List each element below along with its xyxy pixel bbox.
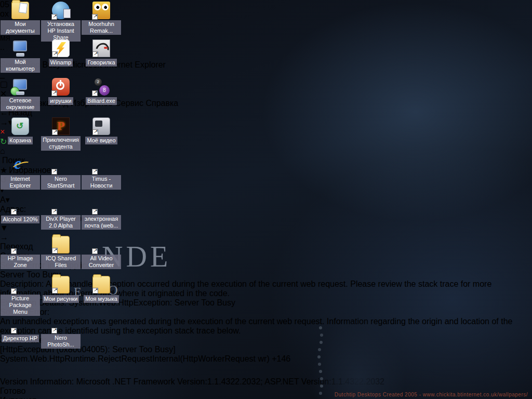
desktop-icon-email-web[interactable]: электронная почта (web... (82, 196, 121, 230)
desktop-icon-priklyucheniya-studenta[interactable]: Приключения студента (41, 117, 81, 151)
desktop-icon-winamp[interactable]: Winamp (41, 39, 81, 66)
picture-package-icon (11, 276, 29, 294)
my-computer-icon (11, 39, 29, 57)
icon-label: Мои документы (1, 20, 40, 35)
desktop-icon-internet-explorer[interactable]: Internet Explorer (1, 156, 40, 190)
studenta-icon (52, 117, 70, 135)
icq-folder-icon (52, 236, 70, 254)
desktop-icon-hp-instant-share[interactable]: Установка HP Instant Share (41, 2, 81, 42)
moorhuhn-icon (92, 2, 110, 19)
my-documents-icon (11, 2, 29, 19)
desktop-icon-moorhuhn[interactable]: Moorhuhn Remak... (82, 2, 121, 35)
icon-label: Мои рисунки (43, 295, 79, 303)
divx-icon (52, 196, 70, 214)
icon-label: Moorhuhn Remak... (82, 20, 121, 35)
desktop-icon-igrushki[interactable]: игрушки (41, 78, 81, 105)
icon-label: All Video Converter (82, 255, 121, 269)
icon-label: Picture Package Menu (1, 295, 40, 316)
pictures-folder-icon (52, 276, 70, 294)
igrushki-icon (52, 78, 70, 96)
icon-label: Nero StartSmart (41, 175, 81, 190)
photos-icon (11, 236, 29, 254)
recycle-bin-icon (11, 117, 29, 135)
icon-label: DivX Player 2.0 Alpha (41, 215, 81, 230)
wallpaper-watermark: Dutchtip Desktops Created 2005 - www.chi… (335, 392, 528, 397)
icon-label: Winamp (49, 59, 73, 66)
nero-photo-icon (52, 315, 70, 333)
desktop-icon-nero-startsmart[interactable]: Nero StartSmart (41, 156, 81, 190)
converter-icon (92, 236, 110, 254)
music-folder-icon (92, 276, 110, 294)
camcorder-icon (92, 117, 110, 135)
winamp-icon (52, 39, 70, 57)
desktop: { "desktop": { "icons": [ {"name":"my-do… (0, 0, 532, 399)
icon-label: Говорилка (86, 59, 116, 66)
menu-help[interactable]: Справка (146, 99, 179, 108)
desktop-icon-govorilka[interactable]: Говорилка (82, 39, 121, 66)
nero-flame-icon (52, 156, 70, 174)
icon-label: Timus - Новости (82, 175, 121, 190)
wallpaper-beads (319, 326, 322, 329)
icon-label: Директор HP (2, 335, 39, 342)
desktop-icon-my-music[interactable]: Моя музыка (82, 276, 121, 303)
desktop-icon-all-video-converter[interactable]: All Video Converter (82, 236, 121, 269)
desktop-icon-recycle-bin[interactable]: Корзина (1, 117, 40, 144)
icon-label: игрушки (48, 97, 73, 105)
version-info: Version Information: Microsoft .NET Fram… (0, 377, 532, 387)
icon-label: HP Image Zone (1, 255, 40, 269)
desktop-icon-divx-player[interactable]: DivX Player 2.0 Alpha (41, 196, 81, 230)
status-text: Готово (0, 387, 25, 395)
desktop-icon-timus-novosti[interactable]: Timus - Новости (82, 156, 121, 190)
desktop-icon-billiard[interactable]: Billiard.exe (82, 78, 121, 105)
icon-label: Моё видео (85, 137, 117, 144)
internet-explorer-icon (11, 156, 29, 174)
icon-label: Billiard.exe (86, 97, 117, 105)
email-icon (92, 196, 110, 214)
alcohol-icon (11, 196, 29, 214)
desktop-icon-picture-package-menu[interactable]: Picture Package Menu (1, 276, 40, 316)
desktop-icon-network-places[interactable]: Сетевое окружение (1, 78, 40, 111)
icon-label: Мой компьютер (1, 58, 40, 73)
icon-label: Сетевое окружение (1, 97, 40, 111)
butterfly-icon (92, 156, 110, 174)
back-button[interactable]: ← Назад (0, 108, 532, 117)
desktop-icon-my-pictures[interactable]: Мои рисунки (41, 276, 81, 303)
icon-label: электронная почта (web... (82, 215, 121, 230)
icon-label: ICQ Shared Files (41, 255, 81, 269)
icon-label: Internet Explorer (1, 175, 40, 190)
network-places-icon (11, 78, 29, 96)
desktop-icon-moe-video[interactable]: Моё видео (82, 117, 121, 144)
billiard-icon (92, 78, 110, 96)
icon-label: Alcohol 120% (1, 216, 39, 223)
icon-label: Приключения студента (41, 136, 81, 151)
desktop-icon-my-documents[interactable]: Мои документы (1, 2, 40, 35)
director-hp-icon (11, 315, 29, 333)
govorilka-icon (92, 39, 110, 57)
version-label: Version Information: (0, 377, 74, 386)
desktop-icon-hp-image-zone[interactable]: HP Image Zone (1, 236, 40, 269)
wallpaper-figure (291, 291, 426, 399)
desktop-icon-my-computer[interactable]: Мой компьютер (1, 39, 40, 73)
icon-label: Установка HP Instant Share (41, 20, 81, 42)
icon-label: Моя музыка (84, 295, 119, 303)
desktop-icon-nero-photosh[interactable]: Nero PhotoSh... (41, 315, 81, 349)
zone-text: Интернет (0, 396, 36, 399)
icon-label: Корзина (8, 137, 33, 144)
hp-share-icon (52, 2, 70, 19)
desktop-icon-icq-shared-files[interactable]: ICQ Shared Files (41, 236, 81, 269)
icon-label: Nero PhotoSh... (41, 334, 81, 349)
desktop-icon-alcohol-120[interactable]: Alcohol 120% (1, 196, 40, 223)
desktop-icon-director-hp[interactable]: Директор HP (1, 315, 40, 342)
